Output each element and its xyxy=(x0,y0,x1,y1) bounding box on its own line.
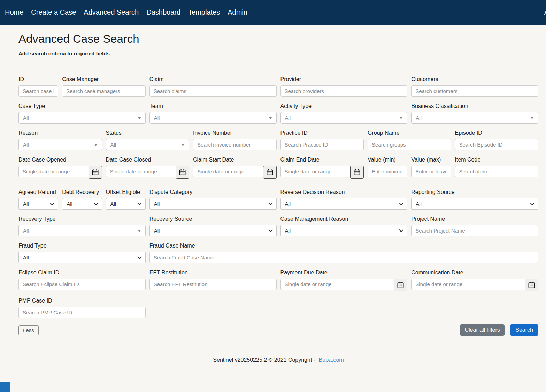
date-case-opened-calendar-button[interactable] xyxy=(89,166,102,179)
triangle-down-icon xyxy=(138,117,141,119)
episode-id-input[interactable] xyxy=(455,139,539,150)
payment-due-date-input[interactable] xyxy=(280,279,394,290)
project-name-input[interactable] xyxy=(411,225,538,236)
less-button[interactable]: Less xyxy=(18,325,39,335)
recovery-type-select[interactable]: All xyxy=(18,225,146,236)
footer: Sentinel v20250225.2 © 2021 Copyright - … xyxy=(18,357,538,363)
form-row-4: Date Case Opened Date Case Closed Claim … xyxy=(18,157,538,179)
project-name-label: Project Name xyxy=(411,216,538,222)
reverse-decision-reason-select[interactable]: All xyxy=(280,198,408,210)
team-select[interactable]: All xyxy=(149,112,277,124)
case-type-value: All xyxy=(23,115,29,121)
customers-input[interactable] xyxy=(411,85,538,97)
reason-label: Reason xyxy=(18,130,102,136)
reporting-source-label: Reporting Source xyxy=(411,189,538,195)
claim-end-date-calendar-button[interactable] xyxy=(350,166,364,179)
chevron-down-icon xyxy=(268,201,273,205)
item-code-input[interactable] xyxy=(455,166,539,177)
eft-restitution-input[interactable] xyxy=(149,279,277,290)
customers-label: Customers xyxy=(411,76,538,83)
search-button[interactable]: Search xyxy=(510,324,538,336)
pmp-case-id-label: PMP Case ID xyxy=(18,298,146,304)
form-row-2: Case Type All Team All Activity Type All… xyxy=(18,103,538,124)
group-name-label: Group Name xyxy=(368,130,451,136)
id-label: ID xyxy=(18,76,58,83)
nav-right-partial-text[interactable]: A xyxy=(544,8,546,16)
case-manager-label: Case Manager xyxy=(62,76,146,83)
nav-item-create-a-case[interactable]: Create a Case xyxy=(27,8,80,16)
provider-input[interactable] xyxy=(280,85,408,97)
offset-eligible-select[interactable]: All xyxy=(106,198,146,210)
date-case-closed-calendar-button[interactable] xyxy=(176,166,189,179)
recovery-source-value: All xyxy=(154,228,160,234)
reason-value: All xyxy=(23,142,29,148)
activity-type-select[interactable]: All xyxy=(280,112,408,124)
offset-eligible-label: Offset Eligible xyxy=(106,189,146,195)
recovery-source-select[interactable]: All xyxy=(149,225,277,236)
dispute-category-select[interactable]: All xyxy=(149,198,277,210)
value-min-input[interactable] xyxy=(368,166,407,177)
group-name-input[interactable] xyxy=(368,139,451,150)
chevron-down-icon xyxy=(399,228,403,232)
nav-item-admin[interactable]: Admin xyxy=(224,8,251,16)
business-classification-label: Business Classification xyxy=(411,103,538,109)
claim-label: Claim xyxy=(149,76,277,83)
date-case-opened-label: Date Case Opened xyxy=(18,157,102,163)
practice-id-input[interactable] xyxy=(280,139,364,150)
date-case-opened-input[interactable] xyxy=(18,166,89,177)
reverse-decision-reason-value: All xyxy=(285,201,291,207)
clear-all-filters-button[interactable]: Clear all filters xyxy=(460,324,504,336)
fraud-type-select[interactable]: All xyxy=(18,252,146,263)
date-case-closed-label: Date Case Closed xyxy=(106,157,190,163)
status-select[interactable]: All xyxy=(106,139,190,150)
debt-recovery-label: Debt Recovery xyxy=(62,189,102,195)
pmp-case-id-input[interactable] xyxy=(18,307,146,318)
eclipse-claim-id-label: Eclipse Claim ID xyxy=(18,269,146,276)
calendar-icon xyxy=(354,169,360,175)
form-row-1: ID Case Manager Claim Provider Customers xyxy=(18,76,538,97)
claim-start-date-input[interactable] xyxy=(193,166,263,177)
communication-date-input[interactable] xyxy=(411,279,525,290)
debt-recovery-select[interactable]: All xyxy=(62,198,102,210)
claim-end-date-label: Claim End Date xyxy=(280,157,364,163)
communication-date-calendar-button[interactable] xyxy=(525,279,538,291)
case-management-reason-select[interactable]: All xyxy=(280,225,408,236)
chevron-down-icon xyxy=(268,228,273,232)
triangle-down-icon xyxy=(530,117,534,119)
value-max-input[interactable] xyxy=(411,166,451,177)
triangle-down-icon xyxy=(138,230,141,232)
invoice-number-input[interactable] xyxy=(193,139,277,150)
nav-item-home[interactable]: Home xyxy=(1,8,27,16)
provider-label: Provider xyxy=(280,76,408,83)
nav-item-advanced-search[interactable]: Advanced Search xyxy=(80,8,143,16)
status-value: All xyxy=(110,142,116,148)
footer-link-bupa[interactable]: Bupa.com xyxy=(319,357,344,363)
agreed-refund-select[interactable]: All xyxy=(18,198,58,210)
payment-due-date-calendar-button[interactable] xyxy=(394,279,407,291)
fraud-case-name-input[interactable] xyxy=(149,252,538,263)
activity-type-label: Activity Type xyxy=(280,103,408,109)
form-row-9: PMP Case ID xyxy=(18,298,538,318)
calendar-icon xyxy=(179,169,186,175)
case-manager-input[interactable] xyxy=(62,85,146,97)
chevron-down-icon xyxy=(530,201,535,205)
case-management-reason-value: All xyxy=(285,228,291,234)
date-case-closed-input[interactable] xyxy=(106,166,176,177)
eclipse-claim-id-input[interactable] xyxy=(18,279,146,290)
claim-end-date-input[interactable] xyxy=(280,166,351,177)
episode-id-label: Episode ID xyxy=(455,130,539,136)
calendar-icon xyxy=(528,282,535,288)
form-row-5: Agreed Refund All Debt Recovery All Offs… xyxy=(18,189,538,210)
reason-select[interactable]: All xyxy=(18,139,102,150)
activity-type-value: All xyxy=(285,115,291,121)
nav-item-dashboard[interactable]: Dashboard xyxy=(143,8,184,16)
dispute-category-value: All xyxy=(154,201,160,207)
nav-item-templates[interactable]: Templates xyxy=(184,8,224,16)
business-classification-select[interactable]: All xyxy=(411,112,538,124)
reporting-source-select[interactable]: All xyxy=(411,198,538,210)
form-row-3: Reason All Status All Invoice Number Pra… xyxy=(18,130,538,150)
claim-input[interactable] xyxy=(149,85,277,97)
id-input[interactable] xyxy=(18,85,58,97)
claim-start-date-calendar-button[interactable] xyxy=(263,166,277,179)
case-type-select[interactable]: All xyxy=(18,112,146,124)
